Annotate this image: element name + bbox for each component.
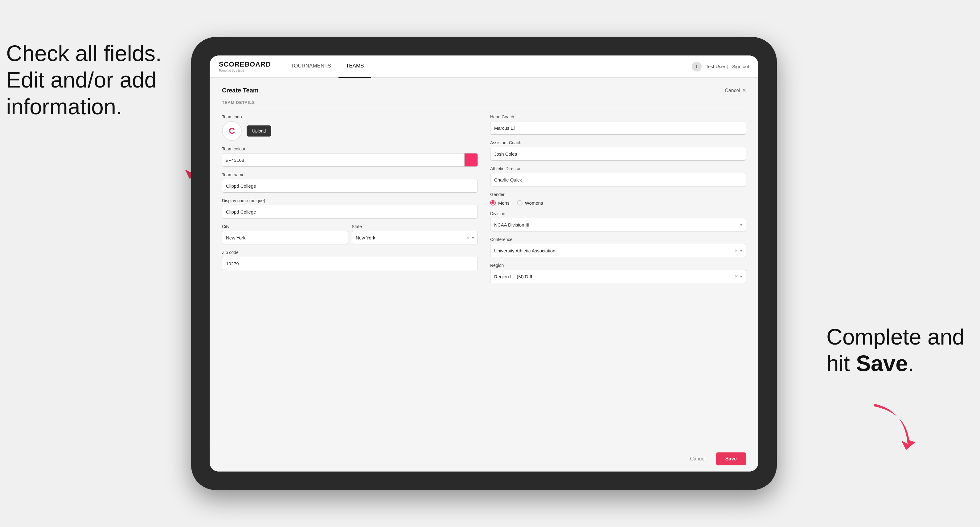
nav-right: T Test User | Sign out bbox=[692, 62, 749, 71]
nav-logo: SCOREBOARD Powered by clippd bbox=[219, 60, 271, 72]
conference-clear-icon[interactable]: ✕ bbox=[734, 248, 738, 253]
division-select[interactable]: NCAA Division III bbox=[490, 218, 746, 232]
team-logo-group: Team logo C Upload bbox=[222, 114, 478, 141]
upload-button[interactable]: Upload bbox=[247, 125, 271, 137]
annotation-line1: Check all fields. bbox=[6, 40, 162, 67]
team-name-label: Team name bbox=[222, 172, 478, 177]
city-label: City bbox=[222, 224, 348, 229]
tablet-screen: SCOREBOARD Powered by clippd TOURNAMENTS… bbox=[210, 56, 758, 471]
logo-area: C Upload bbox=[222, 121, 478, 141]
main-content: Create Team Cancel ✕ TEAM DETAILS Team l… bbox=[210, 78, 758, 446]
annotation-right: Complete and hit Save. bbox=[826, 324, 964, 377]
gender-group: Gender Mens Womens bbox=[490, 192, 746, 206]
head-coach-input[interactable] bbox=[490, 121, 746, 135]
navbar: SCOREBOARD Powered by clippd TOURNAMENTS… bbox=[210, 56, 758, 78]
region-group: Region Region II - (M) DIII ✕ ▾ bbox=[490, 263, 746, 283]
athletic-director-input[interactable] bbox=[490, 173, 746, 186]
radio-womens[interactable]: Womens bbox=[517, 200, 543, 206]
conference-label: Conference bbox=[490, 237, 746, 242]
page-title: Create Team bbox=[222, 87, 259, 94]
radio-mens-label: Mens bbox=[498, 200, 509, 206]
state-select[interactable]: New York bbox=[352, 231, 478, 244]
city-input[interactable] bbox=[222, 231, 348, 244]
arrow-right-icon bbox=[858, 398, 920, 459]
nav-links: TOURNAMENTS TEAMS bbox=[283, 56, 692, 78]
team-logo-label: Team logo bbox=[222, 114, 478, 119]
sign-out-link[interactable]: Sign out bbox=[732, 64, 749, 69]
close-icon: ✕ bbox=[742, 87, 746, 94]
assistant-coach-input[interactable] bbox=[490, 147, 746, 160]
zip-input[interactable] bbox=[222, 257, 478, 270]
division-select-wrapper: NCAA Division III ▾ bbox=[490, 218, 746, 232]
user-avatar: T bbox=[692, 62, 702, 71]
assistant-coach-label: Assistant Coach bbox=[490, 140, 746, 145]
region-select[interactable]: Region II - (M) DIII bbox=[490, 270, 746, 283]
conference-select-wrapper: University Athletic Association ✕ ▾ bbox=[490, 244, 746, 257]
division-group: Division NCAA Division III ▾ bbox=[490, 211, 746, 232]
team-name-group: Team name bbox=[222, 172, 478, 193]
gender-label: Gender bbox=[490, 192, 746, 197]
state-clear-icon[interactable]: ✕ bbox=[466, 235, 470, 240]
zip-group: Zip code bbox=[222, 250, 478, 270]
color-input-group bbox=[222, 153, 478, 167]
head-coach-group: Head Coach bbox=[490, 114, 746, 135]
radio-group: Mens Womens bbox=[490, 200, 746, 206]
nav-teams[interactable]: TEAMS bbox=[339, 56, 371, 78]
city-group: City bbox=[222, 224, 348, 244]
nav-tournaments[interactable]: TOURNAMENTS bbox=[283, 56, 339, 78]
city-state-row: City State New York ✕ ▾ bbox=[222, 224, 478, 244]
radio-dot-womens bbox=[517, 200, 522, 206]
display-name-input[interactable] bbox=[222, 205, 478, 219]
radio-womens-label: Womens bbox=[525, 200, 543, 206]
form-right: Head Coach Assistant Coach Athletic Dire… bbox=[490, 114, 746, 283]
logo-circle: C bbox=[222, 121, 242, 141]
state-select-wrapper: New York ✕ ▾ bbox=[352, 231, 478, 244]
annotation-right-line1: Complete and bbox=[826, 324, 964, 350]
region-select-wrapper: Region II - (M) DIII ✕ ▾ bbox=[490, 270, 746, 283]
athletic-director-label: Athletic Director bbox=[490, 166, 746, 171]
display-name-label: Display name (unique) bbox=[222, 198, 478, 203]
annotation-line2: Edit and/or add bbox=[6, 67, 162, 93]
division-label: Division bbox=[490, 211, 746, 216]
tablet-frame: SCOREBOARD Powered by clippd TOURNAMENTS… bbox=[191, 37, 777, 490]
page-header: Create Team Cancel ✕ bbox=[222, 87, 746, 94]
region-clear-icon[interactable]: ✕ bbox=[734, 274, 738, 279]
form-grid: Team logo C Upload Team colour bbox=[222, 114, 746, 283]
annotation-left: Check all fields. Edit and/or add inform… bbox=[6, 40, 162, 120]
logo-subtext: Powered by clippd bbox=[219, 69, 271, 72]
team-colour-group: Team colour bbox=[222, 146, 478, 167]
display-name-group: Display name (unique) bbox=[222, 198, 478, 219]
state-group: State New York ✕ ▾ bbox=[352, 224, 478, 244]
save-button[interactable]: Save bbox=[716, 452, 746, 465]
conference-group: Conference University Athletic Associati… bbox=[490, 237, 746, 257]
color-text-input[interactable] bbox=[222, 153, 464, 167]
conference-select[interactable]: University Athletic Association bbox=[490, 244, 746, 257]
page-cancel-link[interactable]: Cancel ✕ bbox=[725, 87, 746, 94]
color-swatch[interactable] bbox=[464, 153, 478, 167]
state-label: State bbox=[352, 224, 478, 229]
logo-text: SCOREBOARD bbox=[219, 60, 271, 68]
athletic-director-group: Athletic Director bbox=[490, 166, 746, 186]
head-coach-label: Head Coach bbox=[490, 114, 746, 119]
cancel-button[interactable]: Cancel bbox=[684, 452, 712, 465]
team-colour-label: Team colour bbox=[222, 146, 478, 151]
zip-label: Zip code bbox=[222, 250, 478, 255]
section-header: TEAM DETAILS bbox=[222, 100, 746, 108]
form-footer: Cancel Save bbox=[210, 446, 758, 471]
radio-dot-mens bbox=[490, 200, 496, 206]
radio-mens[interactable]: Mens bbox=[490, 200, 509, 206]
assistant-coach-group: Assistant Coach bbox=[490, 140, 746, 160]
region-label: Region bbox=[490, 263, 746, 268]
annotation-right-line2: hit Save. bbox=[826, 350, 964, 376]
city-state-group: City State New York ✕ ▾ bbox=[222, 224, 478, 244]
annotation-line3: information. bbox=[6, 94, 162, 120]
form-left: Team logo C Upload Team colour bbox=[222, 114, 478, 283]
team-name-input[interactable] bbox=[222, 179, 478, 193]
user-label: Test User | bbox=[706, 64, 728, 69]
